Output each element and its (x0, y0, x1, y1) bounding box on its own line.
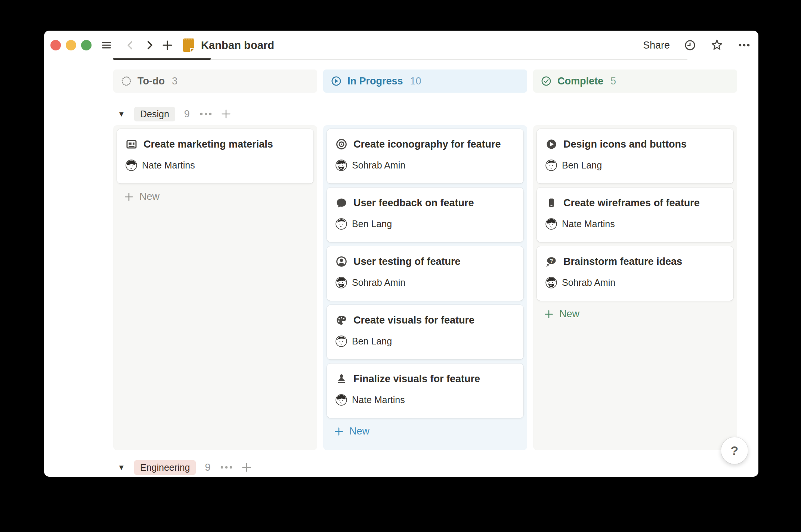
close-window-button[interactable] (50, 40, 61, 50)
avatar-nate-martins (126, 160, 137, 171)
kanban-card[interactable]: ? Brainstorm feature ideas Sohrab Amin (537, 246, 733, 301)
column-count: 5 (610, 75, 616, 87)
newspaper-icon (126, 138, 137, 150)
ellipsis-icon[interactable] (737, 39, 751, 51)
active-tab-indicator (113, 58, 211, 60)
app-window: Kanban board Share (44, 31, 758, 477)
assignee-name: Sohrab Amin (352, 277, 405, 288)
avatar-nate-martins (545, 218, 557, 230)
group-tag-design[interactable]: Design (134, 107, 175, 121)
group-count: 9 (184, 108, 190, 120)
card-title: Finalize visuals for feature (353, 373, 480, 385)
kanban-card[interactable]: Create marketing materials Nate Martins (117, 129, 313, 183)
column-name: To-do (137, 75, 165, 87)
kanban-card[interactable]: User feedback on feature Ben Lang (327, 188, 523, 242)
group-row-design: ▼ Design 9 (118, 105, 737, 123)
assignee-name: Ben Lang (352, 219, 392, 229)
dashed-circle-icon (121, 75, 132, 87)
group-add-icon[interactable] (220, 108, 232, 120)
column-count: 3 (172, 75, 177, 87)
chevron-left-icon[interactable] (124, 39, 136, 51)
column-todo: Create marketing materials Nate Martins … (113, 125, 317, 450)
assignee-name: Ben Lang (562, 160, 602, 171)
screen: Kanban board Share (0, 0, 801, 532)
hamburger-icon[interactable] (100, 39, 112, 51)
person-circle-icon (335, 256, 347, 267)
card-title: Create iconography for feature (353, 139, 501, 150)
assignee-name: Nate Martins (142, 160, 195, 171)
new-card-button[interactable]: New (117, 188, 166, 206)
new-card-button[interactable]: New (327, 422, 376, 440)
assignee-name: Nate Martins (352, 395, 405, 405)
assignee-name: Sohrab Amin (352, 160, 405, 171)
group-more-icon[interactable] (200, 112, 213, 116)
group-count: 9 (205, 462, 210, 473)
minimize-window-button[interactable] (66, 40, 76, 50)
clock-icon[interactable] (684, 39, 696, 52)
svg-text:?: ? (550, 258, 553, 264)
card-title: Design icons and buttons (563, 139, 687, 150)
card-title: User feedback on feature (353, 197, 474, 209)
column-name: In Progress (347, 75, 403, 87)
assignee-name: Nate Martins (562, 219, 615, 229)
assignee-name: Sohrab Amin (562, 277, 615, 288)
thought-question-icon: ? (545, 256, 557, 267)
avatar-ben-lang (545, 160, 557, 171)
card-title: Create wireframes of feature (563, 197, 700, 209)
column-header-complete[interactable]: Complete 5 (533, 69, 737, 93)
group-collapse-toggle[interactable]: ▼ (118, 463, 127, 472)
group-tag-engineering[interactable]: Engineering (134, 460, 196, 475)
chevron-right-icon[interactable] (143, 39, 155, 51)
avatar-nate-martins (335, 394, 347, 406)
kanban-card[interactable]: Create wireframes of feature Nate Martin… (537, 188, 733, 242)
card-title: Brainstorm feature ideas (563, 256, 682, 267)
play-circle-icon (545, 138, 557, 150)
avatar-sohrab-amin (335, 277, 347, 288)
kanban-card[interactable]: Create iconography for feature Sohrab Am… (327, 129, 523, 183)
mobile-phone-icon (545, 197, 557, 209)
palette-icon (335, 314, 347, 326)
card-title: Create visuals for feature (353, 315, 474, 326)
kanban-card[interactable]: Finalize visuals for feature Nate Martin… (327, 364, 523, 418)
card-title: User testing of feature (353, 256, 461, 267)
play-ring-icon (331, 75, 342, 87)
kanban-card[interactable]: User testing of feature Sohrab Amin (327, 246, 523, 301)
card-title: Create marketing materials (143, 139, 273, 150)
column-header-todo[interactable]: To-do 3 (113, 69, 317, 93)
new-card-button[interactable]: New (537, 305, 586, 323)
group-row-engineering: ▼ Engineering 9 (118, 459, 737, 476)
board-columns: Create marketing materials Nate Martins … (113, 125, 737, 450)
speech-bubble-icon (335, 197, 347, 209)
traffic-lights (50, 40, 92, 50)
page-clipboard-icon (182, 37, 196, 53)
check-ring-icon (541, 75, 552, 87)
stamp-icon (335, 373, 347, 385)
zoom-window-button[interactable] (81, 40, 92, 50)
column-headers: To-do 3 In Progress 10 Complete 5 (113, 69, 737, 93)
plus-icon[interactable] (161, 39, 173, 51)
avatar-ben-lang (335, 335, 347, 347)
group-more-icon[interactable] (220, 465, 234, 470)
page-title[interactable]: Kanban board (201, 39, 274, 52)
avatar-ben-lang (335, 218, 347, 230)
toolbar: Kanban board Share (44, 31, 758, 60)
target-icon (335, 138, 347, 150)
avatar-sohrab-amin (335, 160, 347, 171)
column-name: Complete (557, 75, 603, 87)
star-icon[interactable] (710, 38, 724, 52)
group-add-icon[interactable] (241, 462, 252, 473)
column-header-in-progress[interactable]: In Progress 10 (323, 69, 527, 93)
kanban-card[interactable]: Design icons and buttons Ben Lang (537, 129, 733, 183)
column-in-progress: Create iconography for feature Sohrab Am… (323, 125, 527, 450)
kanban-card[interactable]: Create visuals for feature Ben Lang (327, 305, 523, 359)
share-button[interactable]: Share (643, 40, 670, 51)
help-button[interactable]: ? (721, 437, 748, 464)
toolbar-right: Share (643, 38, 751, 52)
avatar-sohrab-amin (545, 277, 557, 288)
column-complete: Design icons and buttons Ben Lang (533, 125, 737, 450)
assignee-name: Ben Lang (352, 336, 392, 347)
group-collapse-toggle[interactable]: ▼ (118, 110, 127, 118)
kanban-board: To-do 3 In Progress 10 Complete 5 (113, 69, 737, 476)
column-count: 10 (410, 75, 421, 87)
